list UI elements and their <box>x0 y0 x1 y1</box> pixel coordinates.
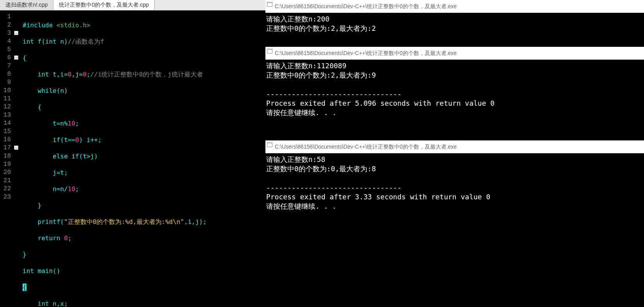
line-gutter: 1234567891011121314151617181920212223 <box>0 11 13 307</box>
code-token: #include <box>23 21 53 29</box>
code-token: ; <box>75 120 79 127</box>
console-output[interactable]: 请输入正整数n:200 正整数中0的个数为:2,最大者为:2 <box>265 13 644 37</box>
tab-file-2[interactable]: 统计正整数中0的个数，及最大者.cpp <box>53 0 155 10</box>
console-title-text: C:\Users\86156\Documents\Dev-C++\统计正整数中0… <box>275 50 457 56</box>
code-editor[interactable]: 1234567891011121314151617181920212223 #i… <box>0 11 265 307</box>
code-token: ; <box>87 71 91 78</box>
fold-icon[interactable] <box>14 55 18 60</box>
code-token: if <box>23 136 60 144</box>
code-token: n=n/ <box>23 185 68 193</box>
console-panel: C:\Users\86156\Documents\Dev-C++\统计正整数中0… <box>265 0 644 307</box>
code-number: 10 <box>68 185 75 193</box>
code-token: ,j= <box>71 71 83 78</box>
code-token: int <box>23 267 34 275</box>
code-token: <stdio.h> <box>53 21 90 29</box>
window-icon <box>267 49 272 53</box>
console-title-text: C:\Users\86156\Documents\Dev-C++\统计正整数中0… <box>275 144 457 150</box>
code-token: else if <box>23 153 79 160</box>
code-number: 0 <box>68 71 72 78</box>
code-comment: //i统计正整数中0的个数，j统计最大者 <box>90 71 203 78</box>
window-icon <box>267 142 272 147</box>
code-token: (t>j) <box>79 153 98 160</box>
code-token: int <box>23 71 49 78</box>
code-number: 0 <box>64 234 68 242</box>
code-string: "正整数中0的个数为:%d,最大者为:%d\n" <box>64 218 184 225</box>
code-token: { <box>23 103 41 111</box>
code-area[interactable]: #include <stdio.h> int f(int n)//函数名为f {… <box>20 11 265 307</box>
code-comment: //函数名为f <box>68 38 104 45</box>
console-title[interactable]: C:\Users\86156\Documents\Dev-C++\统计正整数中0… <box>265 47 644 60</box>
code-token: n) <box>57 38 68 45</box>
code-token: } <box>23 202 41 209</box>
code-token: int <box>45 38 57 45</box>
fold-icon[interactable] <box>14 146 18 150</box>
console-title[interactable]: C:\Users\86156\Documents\Dev-C++\统计正整数中0… <box>265 140 644 153</box>
code-token: t,i= <box>49 71 68 78</box>
console-output[interactable]: 请输入正整数n:1120089 正整数中0的个数为:2,最大者为:9 -----… <box>265 60 644 121</box>
code-token: t=n% <box>23 120 68 127</box>
code-token: f( <box>34 38 45 45</box>
bracket-match: { <box>23 284 27 291</box>
code-token: ) i++; <box>79 136 102 144</box>
code-token: } <box>23 251 27 258</box>
code-number: 0 <box>83 71 87 78</box>
code-token: ; <box>68 234 72 242</box>
code-token: ,i,j); <box>184 218 207 225</box>
code-token: main() <box>34 267 60 275</box>
tab-bar: 递归函数求n!.cpp 统计正整数中0的个数，及最大者.cpp <box>0 0 265 11</box>
fold-icon[interactable] <box>14 31 18 35</box>
console-window-3: C:\Users\86156\Documents\Dev-C++\统计正整数中0… <box>265 140 644 307</box>
console-window-1: C:\Users\86156\Documents\Dev-C++\统计正整数中0… <box>265 0 644 47</box>
fold-column <box>13 11 20 307</box>
code-number: 0 <box>75 136 79 144</box>
code-token: j=t; <box>23 169 68 176</box>
code-token: n,x; <box>49 300 68 307</box>
code-number: 10 <box>68 120 75 127</box>
code-token: { <box>23 54 27 62</box>
console-title[interactable]: C:\Users\86156\Documents\Dev-C++\统计正整数中0… <box>265 0 644 13</box>
code-token: (t== <box>60 136 75 144</box>
code-token: while <box>23 87 57 94</box>
code-token: int <box>23 300 49 307</box>
code-token: ; <box>75 185 79 193</box>
code-token: int <box>23 38 34 45</box>
code-token: return <box>23 234 64 242</box>
code-token: (n) <box>57 87 68 94</box>
console-window-2: C:\Users\86156\Documents\Dev-C++\统计正整数中0… <box>265 47 644 140</box>
editor-panel: 递归函数求n!.cpp 统计正整数中0的个数，及最大者.cpp 12345678… <box>0 0 265 307</box>
code-token: printf( <box>23 218 64 225</box>
console-output[interactable]: 请输入正整数n:58 正整数中0的个数为:0,最大者为:8 ----------… <box>265 153 644 215</box>
window-icon <box>267 2 272 7</box>
console-title-text: C:\Users\86156\Documents\Dev-C++\统计正整数中0… <box>275 3 457 9</box>
tab-file-1[interactable]: 递归函数求n!.cpp <box>0 0 53 10</box>
